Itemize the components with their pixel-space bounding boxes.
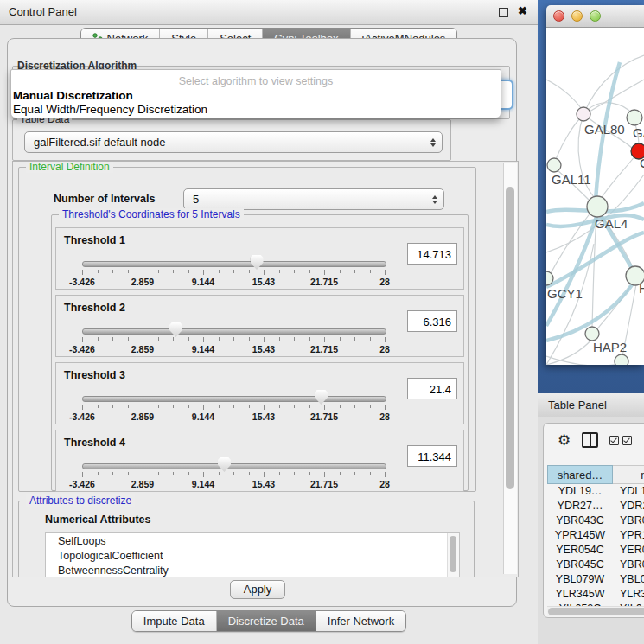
slider-thumb[interactable] [218, 457, 231, 472]
cell-shared-name[interactable]: YDL19… [547, 484, 613, 499]
settings-gear-icon[interactable]: ⚙ [558, 432, 571, 448]
network-window-titlebar[interactable] [546, 5, 644, 28]
screen: Control Panel ✖ NetworkStyleSelectCyni T… [0, 0, 644, 644]
attribute-item-topologicalcoefficient[interactable]: TopologicalCoefficient [46, 548, 459, 563]
threshold-value-field[interactable]: 21.4 [407, 378, 457, 399]
cell-name[interactable]: YBR0 [613, 558, 644, 572]
slider-tick [309, 472, 310, 475]
cell-shared-name[interactable]: YPR145W [547, 528, 613, 543]
slider-tick [370, 270, 371, 273]
cell-name[interactable]: YER0 [613, 543, 644, 558]
table-row[interactable]: YBR043CYBR0 [547, 513, 644, 528]
attribute-item-betweennesscentrality[interactable]: BetweennessCentrality [46, 563, 459, 577]
cell-name[interactable]: YLR3 [613, 587, 644, 602]
slider-tick [370, 405, 371, 408]
tab-discretize-data[interactable]: Discretize Data [216, 611, 316, 631]
table-row[interactable]: YBR045CYBR0 [547, 558, 644, 572]
table-panel-toolbar: ⚙ [558, 432, 632, 448]
network-canvas[interactable]: GAL80GACGAL11GAL4GCY1HHAP2 [546, 28, 644, 365]
dropdown-option-equal-width-frequency-discretization[interactable]: Equal Width/Frequency Discretization [13, 103, 207, 116]
tab-infer-network[interactable]: Infer Network [316, 611, 405, 631]
table-row[interactable]: YBL079WYBL0 [547, 572, 644, 587]
cell-name[interactable]: YBL0 [613, 572, 644, 587]
slider-tick-label: 21.715 [296, 479, 352, 489]
dropdown-option-manual-discretization[interactable]: Manual Discretization [13, 89, 133, 102]
slider-tick-label: 2.859 [115, 479, 170, 489]
zoom-window-button[interactable] [590, 10, 601, 22]
threshold-value-field[interactable]: 14.713 [407, 243, 457, 265]
slider-tick [143, 270, 143, 275]
slider-track[interactable] [82, 463, 386, 469]
network-edge [592, 217, 596, 328]
table-row[interactable]: YER054CYER0 [547, 543, 644, 558]
slider-tick-label: 2.859 [115, 344, 170, 354]
slider-track[interactable] [82, 261, 386, 267]
slider-track[interactable] [82, 328, 386, 335]
cell-shared-name[interactable]: YER054C [547, 543, 613, 558]
network-edge [556, 118, 581, 159]
apply-button[interactable]: Apply [230, 580, 285, 599]
network-node[interactable] [547, 158, 561, 172]
threshold-slider[interactable]: -3.4262.8599.14415.4321.71528 [82, 259, 385, 285]
table-row[interactable]: YDL19…YDL1 [547, 484, 644, 499]
cell-name[interactable]: YBR0 [613, 513, 644, 528]
slider-thumb[interactable] [315, 390, 328, 405]
slider-thumb[interactable] [251, 255, 264, 270]
cell-shared-name[interactable]: YBR043C [547, 513, 613, 528]
slider-thumb[interactable] [169, 322, 182, 337]
table-panel-title: Table Panel [548, 399, 607, 411]
threshold-value-field[interactable]: 11.344 [407, 445, 457, 467]
slider-tick [203, 472, 204, 477]
scrollbar-thumb[interactable] [548, 608, 644, 615]
node-label-gal80: GAL80 [584, 122, 625, 137]
network-node[interactable] [615, 354, 628, 365]
cell-shared-name[interactable]: YBL079W [547, 572, 613, 587]
slider-tick [249, 270, 250, 273]
network-view-window[interactable]: GAL80GACGAL11GAL4GCY1HHAP2 [546, 5, 644, 365]
close-window-button[interactable] [553, 10, 564, 22]
slider-tick [98, 270, 99, 273]
number-of-intervals-combobox[interactable]: 5 [183, 188, 444, 210]
table-row[interactable]: YLR345WYLR3 [547, 587, 644, 602]
threshold-slider[interactable]: -3.4262.8599.14415.4321.71528 [82, 394, 385, 420]
tab-impute-data[interactable]: Impute Data [132, 611, 216, 631]
network-edge [546, 339, 592, 365]
close-icon[interactable]: ✖ [518, 4, 527, 17]
threshold-value-field[interactable]: 6.316 [407, 310, 457, 332]
slider-track[interactable] [82, 396, 386, 402]
table-data-combobox[interactable]: galFiltered.sif default node [24, 131, 443, 153]
numerical-attributes-list[interactable]: SelfLoopsTopologicalCoefficientBetweenne… [45, 532, 460, 577]
network-edge [590, 80, 644, 112]
attributes-list-scrollbar[interactable] [447, 533, 459, 577]
cell-name[interactable]: YDR2 [613, 499, 644, 513]
scrollbar-thumb[interactable] [450, 536, 456, 572]
table-row[interactable]: YPR145WYPR1 [547, 528, 644, 543]
table-horizontal-scrollbar[interactable] [547, 606, 644, 616]
cell-shared-name[interactable]: YBR045C [547, 558, 613, 572]
cell-name[interactable]: YDL1 [613, 484, 644, 499]
scrollbar-thumb[interactable] [506, 187, 514, 489]
network-node[interactable] [587, 196, 608, 217]
minimize-window-button[interactable] [571, 10, 583, 22]
slider-tick [173, 270, 174, 273]
network-node[interactable] [627, 110, 642, 125]
panel-vertical-scrollbar[interactable] [503, 163, 517, 574]
network-node[interactable] [585, 327, 599, 341]
slider-tick-label: 9.144 [175, 277, 231, 287]
column-header-name[interactable]: na [613, 465, 644, 484]
cell-name[interactable]: YPR1 [613, 528, 644, 543]
cell-shared-name[interactable]: YLR345W [547, 587, 613, 602]
table-row[interactable]: YDR27…YDR2 [547, 499, 644, 513]
slider-tick [219, 472, 220, 475]
attribute-item-selfloops[interactable]: SelfLoops [46, 533, 459, 548]
cell-shared-name[interactable]: YDR27… [547, 499, 613, 513]
checkbox-icon[interactable] [622, 436, 632, 445]
threshold-slider[interactable]: -3.4262.8599.14415.4321.71528 [82, 327, 385, 353]
network-edge [600, 151, 639, 201]
checkbox-icon[interactable] [609, 436, 619, 445]
column-header-shared-name[interactable]: shared… [547, 465, 613, 484]
network-node[interactable] [577, 107, 590, 121]
threshold-slider[interactable]: -3.4262.8599.14415.4321.71528 [82, 462, 385, 488]
split-view-icon[interactable] [582, 432, 598, 448]
float-window-icon[interactable] [499, 8, 508, 17]
